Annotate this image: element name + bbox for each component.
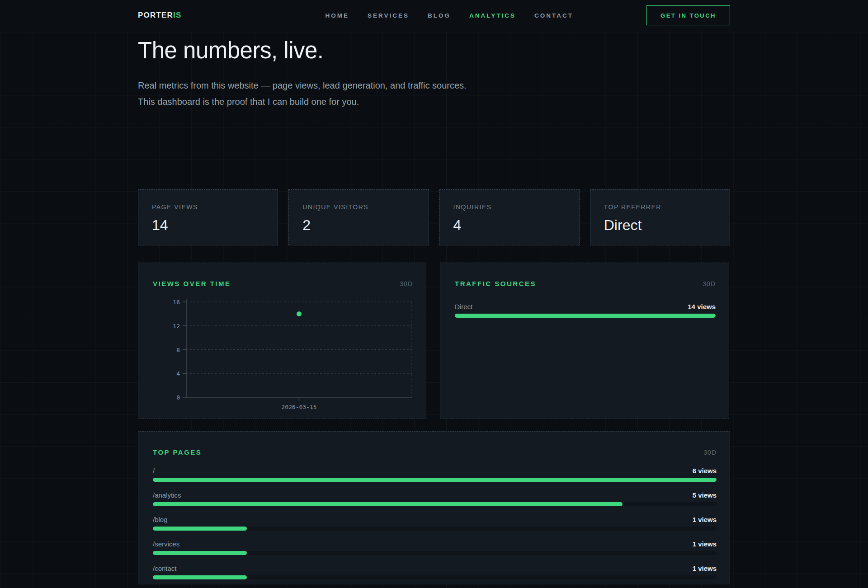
top-nav: PORTERIS HOME SERVICES BLOG ANALYTICS CO…	[0, 0, 868, 31]
traffic-sources-panel: TRAFFIC SOURCES 30D Direct 14 views	[440, 263, 729, 419]
page-row-contact: /contact 1 views	[153, 564, 717, 579]
nav-link-analytics[interactable]: ANALYTICS	[469, 12, 516, 19]
bar-fill	[153, 478, 717, 482]
page-path-label: /blog	[153, 516, 168, 523]
stat-label: INQUIRIES	[453, 203, 566, 211]
top-pages-section: TOP PAGES 30D / 6 views /analytics 5 vie…	[138, 431, 730, 584]
page-views-value: 1 views	[693, 564, 717, 572]
hero-section: The numbers, live. Real metrics from thi…	[138, 31, 730, 110]
brand-logo[interactable]: PORTERIS	[138, 11, 182, 20]
traffic-panel-range-badge: 30D	[703, 280, 716, 287]
bar-fill	[153, 575, 247, 579]
stat-label: PAGE VIEWS	[152, 203, 264, 211]
stat-value: 2	[302, 217, 415, 234]
stats-row: PAGE VIEWS 14 UNIQUE VISITORS 2 INQUIRIE…	[138, 189, 730, 245]
stat-card-page-views: PAGE VIEWS 14	[138, 189, 278, 245]
stat-card-inquiries: INQUIRIES 4	[439, 189, 580, 245]
bar-track	[153, 551, 717, 555]
page-views-value: 1 views	[693, 540, 717, 548]
stat-value: 14	[152, 217, 264, 234]
views-panel-range-badge: 30D	[400, 280, 413, 287]
page-row-services: /services 1 views	[153, 540, 717, 555]
nav-links: HOME SERVICES BLOG ANALYTICS CONTACT	[326, 12, 574, 19]
stat-label: TOP REFERRER	[604, 203, 716, 211]
page-views-value: 1 views	[693, 516, 717, 523]
y-tick-label-12: 12	[173, 323, 180, 329]
views-panel-title: VIEWS OVER TIME	[153, 280, 231, 287]
x-tick-label: 2026-03-15	[281, 404, 316, 410]
nav-link-services[interactable]: SERVICES	[368, 12, 409, 19]
page-path-label: /services	[153, 540, 179, 548]
traffic-row-direct: Direct 14 views	[455, 303, 716, 318]
bar-track	[153, 527, 717, 531]
bar-track	[153, 575, 717, 579]
brand-primary: PORTER	[138, 11, 173, 19]
stat-card-top-referrer: TOP REFERRER Direct	[590, 189, 730, 245]
pages-panel-range-badge: 30D	[703, 449, 717, 456]
page-row-blog: /blog 1 views	[153, 516, 717, 531]
page-path-label: /	[153, 467, 155, 475]
page-path-label: /analytics	[153, 491, 181, 499]
y-tick-label-8: 8	[176, 347, 180, 353]
traffic-source-value: 14 views	[688, 303, 716, 310]
bar-fill	[153, 527, 247, 531]
stat-value: 4	[453, 217, 566, 234]
traffic-source-label: Direct	[455, 303, 472, 310]
y-tick-label-4: 4	[176, 370, 180, 377]
bar-fill	[153, 502, 623, 506]
page-row-analytics: /analytics 5 views	[153, 491, 717, 506]
data-point-marker[interactable]	[297, 311, 302, 316]
stat-label: UNIQUE VISITORS	[302, 203, 415, 211]
traffic-rows: Direct 14 views	[440, 287, 729, 318]
views-over-time-panel: VIEWS OVER TIME 30D 16 12	[138, 263, 426, 419]
y-tick-label-16: 16	[173, 299, 180, 306]
hero-subtitle-line2: This dashboard is the proof that I can b…	[138, 97, 359, 107]
top-pages-panel: TOP PAGES 30D / 6 views /analytics 5 vie…	[138, 431, 730, 584]
charts-row: VIEWS OVER TIME 30D 16 12	[138, 263, 730, 419]
page-title: The numbers, live.	[138, 37, 730, 64]
bar-fill	[455, 314, 716, 318]
pages-panel-title: TOP PAGES	[153, 448, 202, 456]
traffic-panel-title: TRAFFIC SOURCES	[455, 280, 536, 287]
page-views-value: 6 views	[693, 467, 717, 475]
hero-subtitle-line1: Real metrics from this website — page vi…	[138, 80, 467, 90]
bar-track	[153, 478, 717, 482]
y-tick-label-0: 0	[176, 394, 180, 401]
page-views-value: 5 views	[693, 491, 717, 499]
nav-link-contact[interactable]: CONTACT	[534, 12, 573, 19]
bar-track	[455, 314, 716, 318]
brand-accent: IS	[173, 11, 181, 19]
nav-link-blog[interactable]: BLOG	[428, 12, 451, 19]
get-in-touch-button[interactable]: GET IN TOUCH	[646, 5, 730, 25]
nav-link-home[interactable]: HOME	[326, 12, 349, 19]
bar-fill	[153, 551, 247, 555]
top-pages-rows: / 6 views /analytics 5 views /blog	[138, 456, 730, 579]
stat-value: Direct	[604, 217, 716, 234]
stat-card-unique-visitors: UNIQUE VISITORS 2	[288, 189, 429, 245]
bar-track	[153, 502, 717, 506]
page-path-label: /contact	[153, 564, 177, 572]
page-row-home: / 6 views	[153, 467, 717, 482]
